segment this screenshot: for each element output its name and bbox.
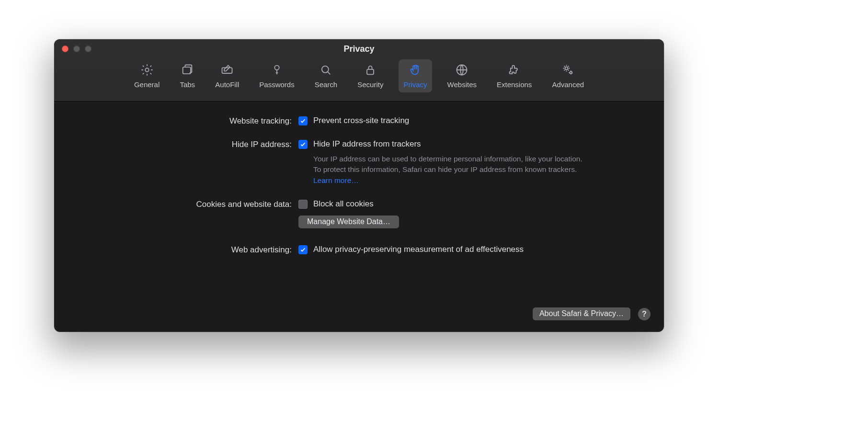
- block-cookies-checkbox[interactable]: [298, 200, 308, 209]
- content-area: Website tracking: Prevent cross-site tra…: [54, 102, 664, 332]
- preferences-window: Privacy General Tabs AutoFill: [54, 39, 664, 332]
- svg-rect-1: [183, 67, 191, 74]
- tab-privacy[interactable]: Privacy: [399, 59, 432, 92]
- traffic-lights: Privacy: [54, 39, 664, 58]
- tab-label: Advanced: [552, 80, 584, 89]
- tab-search[interactable]: Search: [310, 59, 343, 92]
- help-button[interactable]: ?: [638, 308, 651, 320]
- check-icon: [300, 118, 306, 124]
- tab-general[interactable]: General: [129, 59, 164, 92]
- website-tracking-label: Website tracking:: [73, 116, 298, 126]
- tab-label: General: [134, 80, 160, 89]
- prevent-cross-site-label: Prevent cross-site tracking: [313, 116, 409, 125]
- tab-label: AutoFill: [215, 80, 239, 89]
- hand-icon: [408, 62, 423, 78]
- hide-ip-label: Hide IP address:: [73, 139, 298, 149]
- tabs-icon: [180, 62, 195, 78]
- gears-icon: [560, 62, 576, 78]
- svg-point-3: [274, 66, 279, 70]
- preferences-toolbar: General Tabs AutoFill Passwords: [54, 58, 664, 101]
- puzzle-icon: [507, 62, 522, 78]
- hide-ip-option-label: Hide IP address from trackers: [313, 139, 421, 149]
- tab-autofill[interactable]: AutoFill: [210, 59, 244, 92]
- check-icon: [300, 247, 306, 253]
- tab-label: Tabs: [180, 80, 195, 89]
- lock-icon: [363, 62, 378, 78]
- tab-label: Search: [315, 80, 338, 89]
- tab-passwords[interactable]: Passwords: [254, 59, 299, 92]
- block-cookies-label: Block all cookies: [313, 199, 374, 209]
- prevent-cross-site-checkbox[interactable]: [298, 116, 308, 125]
- svg-point-4: [322, 66, 329, 73]
- hide-ip-checkbox[interactable]: [298, 140, 308, 149]
- manage-website-data-button[interactable]: Manage Website Data…: [298, 216, 399, 228]
- hide-ip-description: Your IP address can be used to determine…: [298, 154, 591, 186]
- web-advertising-checkbox[interactable]: [298, 245, 308, 254]
- key-icon: [269, 62, 285, 78]
- cookies-label: Cookies and website data:: [73, 199, 298, 209]
- search-icon: [318, 62, 333, 78]
- zoom-window-button[interactable]: [85, 45, 91, 52]
- tab-advanced[interactable]: Advanced: [547, 59, 589, 92]
- tab-label: Websites: [447, 80, 477, 89]
- pencil-box-icon: [219, 62, 235, 78]
- web-advertising-label: Web advertising:: [73, 245, 298, 255]
- tab-extensions[interactable]: Extensions: [492, 59, 537, 92]
- learn-more-link[interactable]: Learn more…: [313, 176, 359, 184]
- svg-point-8: [570, 72, 572, 74]
- window-title: Privacy: [54, 44, 664, 54]
- tab-websites[interactable]: Websites: [443, 59, 481, 92]
- tab-security[interactable]: Security: [353, 59, 388, 92]
- gear-icon: [139, 62, 155, 78]
- tab-label: Passwords: [259, 80, 294, 89]
- svg-rect-5: [367, 69, 374, 75]
- web-advertising-option-label: Allow privacy-preserving measurement of …: [313, 245, 524, 254]
- titlebar: Privacy General Tabs AutoFill: [54, 39, 664, 102]
- tab-label: Privacy: [403, 80, 427, 89]
- globe-icon: [454, 62, 469, 78]
- svg-point-0: [145, 68, 148, 71]
- check-icon: [300, 141, 306, 147]
- close-window-button[interactable]: [62, 45, 69, 52]
- tab-label: Extensions: [497, 80, 532, 89]
- minimize-window-button[interactable]: [73, 45, 80, 52]
- footer: About Safari & Privacy… ?: [533, 307, 651, 320]
- tab-tabs[interactable]: Tabs: [175, 59, 200, 92]
- svg-point-7: [565, 67, 568, 70]
- about-safari-privacy-button[interactable]: About Safari & Privacy…: [533, 307, 630, 320]
- tab-label: Security: [357, 80, 383, 89]
